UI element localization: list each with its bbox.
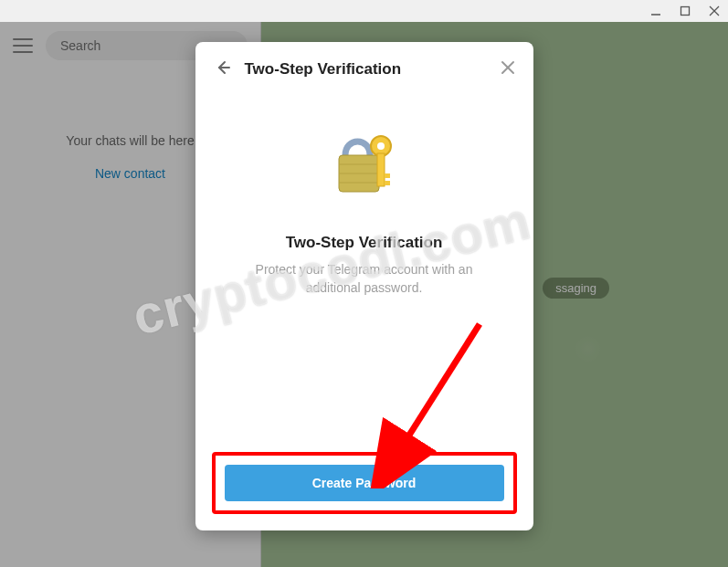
modal-footer: Create Password bbox=[195, 443, 533, 530]
minimize-icon[interactable] bbox=[649, 5, 662, 17]
modal-header: Two-Step Verification bbox=[195, 42, 533, 97]
annotation-highlight: Create Password bbox=[212, 452, 517, 514]
modal-title: Two-Step Verification bbox=[245, 60, 488, 79]
two-step-modal: Two-Step Verification bbox=[195, 42, 533, 530]
maximize-icon[interactable] bbox=[679, 5, 691, 17]
svg-rect-14 bbox=[385, 173, 390, 178]
window-titlebar bbox=[0, 0, 728, 22]
svg-rect-1 bbox=[681, 7, 690, 16]
back-arrow-icon[interactable] bbox=[214, 58, 232, 80]
svg-point-12 bbox=[377, 142, 385, 150]
window-close-icon[interactable] bbox=[708, 5, 721, 17]
modal-body-title: Two-Step Verification bbox=[286, 234, 443, 252]
lock-key-icon bbox=[322, 121, 406, 208]
svg-rect-15 bbox=[385, 181, 390, 185]
modal-overlay: Two-Step Verification bbox=[0, 22, 728, 567]
svg-rect-13 bbox=[377, 153, 385, 186]
modal-body-desc: Protect your Telegram account with an ad… bbox=[232, 261, 497, 297]
modal-body: Two-Step Verification Protect your Teleg… bbox=[195, 97, 533, 443]
create-password-button[interactable]: Create Password bbox=[225, 465, 504, 501]
close-icon[interactable] bbox=[501, 60, 515, 79]
